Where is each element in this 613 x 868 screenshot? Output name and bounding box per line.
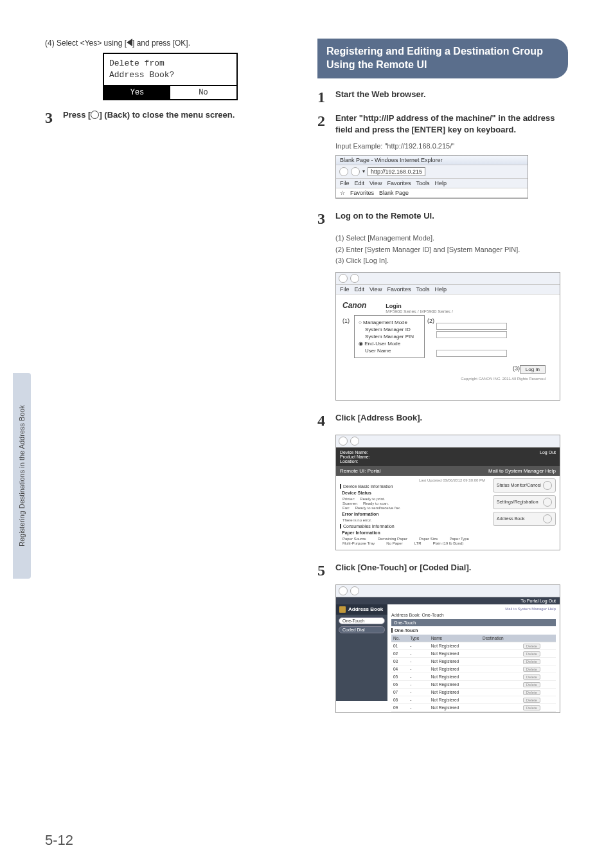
err-heading: Error Information — [340, 512, 485, 516]
right-step3: 3 Log on to the Remote UI. — [317, 210, 568, 228]
row-name: Not Registered — [429, 649, 481, 657]
forward-icon[interactable] — [351, 167, 360, 176]
menu-view[interactable]: View — [369, 286, 382, 293]
logout-link[interactable]: Log Out — [540, 450, 556, 464]
col-action — [521, 635, 556, 642]
delete-button[interactable]: Delete — [523, 667, 540, 672]
ot-topbar: To Portal Log Out — [336, 597, 560, 604]
menu-tools[interactable]: Tools — [416, 180, 429, 186]
s4-text: Click [Address Book]. — [335, 412, 568, 424]
s2-num: 2 — [317, 113, 329, 130]
row-no[interactable]: 05 — [391, 673, 408, 680]
s3-num: 3 — [317, 210, 329, 228]
back-icon[interactable] — [339, 167, 348, 176]
right-column: Registering and Editing a Destination Gr… — [317, 39, 568, 713]
delete-button[interactable]: Delete — [523, 659, 540, 664]
forward-icon[interactable] — [350, 274, 359, 283]
step4-text-b: ] and press [OK]. — [132, 39, 190, 48]
login-sub: MF5900 Series / MF5900 Series / — [386, 309, 453, 314]
lcd-no-button[interactable]: No — [170, 86, 236, 99]
nopaper: No Paper — [386, 541, 402, 545]
row-dest — [481, 703, 521, 711]
last-updated: Last Updated 03/06/2012 09:30:00 PM — [340, 478, 485, 482]
tab-one-touch[interactable]: One-Touch — [339, 617, 385, 624]
step3-text-b: ] (Back) to close the menu screen. — [99, 110, 235, 120]
delete-button[interactable]: Delete — [523, 698, 540, 703]
psize-h: Paper Size — [419, 537, 438, 541]
settings-reg-button[interactable]: Settings/Registration — [493, 495, 556, 509]
row-no[interactable]: 06 — [391, 680, 408, 688]
status-monitor-button[interactable]: Status Monitor/Cancel — [493, 478, 556, 493]
menu-favorites[interactable]: Favorites — [387, 180, 411, 186]
pinfo-heading: Paper Information — [340, 530, 485, 535]
right-step1: 1 Start the Web browser. — [317, 89, 568, 106]
menu-file[interactable]: File — [340, 286, 350, 293]
delete-button[interactable]: Delete — [523, 651, 540, 656]
star-icon[interactable]: ☆ — [340, 190, 345, 196]
row-no[interactable]: 09 — [391, 703, 408, 711]
management-mode-box: ○ Management Mode System Manager ID Syst… — [354, 315, 425, 358]
printer-label: Printer: — [342, 497, 355, 501]
table-row: 04 - Not Registered Delete — [391, 665, 556, 673]
menu-file[interactable]: File — [340, 180, 350, 186]
col-no: No. — [391, 635, 408, 642]
row-name: Not Registered — [429, 703, 481, 711]
row-no[interactable]: 01 — [391, 642, 408, 649]
menu-view[interactable]: View — [369, 180, 382, 186]
portal-ie-nav — [336, 435, 560, 448]
row-no[interactable]: 03 — [391, 657, 408, 665]
back-icon[interactable] — [339, 437, 348, 446]
smid-input[interactable] — [436, 323, 507, 330]
mgmt-mode-radio[interactable]: ○ Management Mode — [359, 320, 420, 325]
scanner-label: Scanner: — [342, 502, 358, 505]
address-book-button[interactable]: Address Book — [493, 512, 556, 526]
row-no[interactable]: 04 — [391, 665, 408, 673]
menu-favorites[interactable]: Favorites — [387, 286, 411, 293]
url-field[interactable]: http://192.168.0.215 — [368, 167, 425, 176]
plain: Plain (19 lb Bond) — [433, 541, 464, 545]
ot-breadcrumb: Address Book: One-Touch — [391, 613, 556, 617]
row-no[interactable]: 08 — [391, 696, 408, 703]
row-type: - — [408, 649, 429, 657]
delete-button[interactable]: Delete — [523, 690, 540, 695]
left-triangle-icon — [127, 39, 132, 46]
delete-button[interactable]: Delete — [523, 682, 540, 687]
smpin-label: System Manager PIN — [365, 334, 414, 339]
lcd-yes-button[interactable]: Yes — [104, 86, 170, 99]
back-icon[interactable] — [339, 274, 348, 283]
username-input[interactable] — [436, 350, 507, 357]
ot-mail[interactable]: Mail to System Manager Help — [391, 607, 556, 611]
col-dest: Destination — [481, 635, 521, 642]
table-row: 01 - Not Registered Delete — [391, 642, 556, 649]
forward-icon[interactable] — [350, 586, 359, 595]
table-row: 08 - Not Registered Delete — [391, 696, 556, 703]
tab-coded-dial[interactable]: Coded Dial — [339, 626, 385, 633]
row-no[interactable]: 02 — [391, 649, 408, 657]
printer-status: Ready to print. — [360, 497, 385, 501]
portal-body: Last Updated 03/06/2012 09:30:00 PM Devi… — [336, 476, 560, 548]
login-button[interactable]: Log In — [520, 365, 546, 374]
smpin-input[interactable] — [436, 331, 507, 338]
delete-button[interactable]: Delete — [523, 644, 540, 649]
s5-num: 5 — [317, 562, 329, 579]
cons-heading: Consumables Information — [340, 524, 485, 529]
table-row: 06 - Not Registered Delete — [391, 680, 556, 688]
forward-icon[interactable] — [350, 437, 359, 446]
blank-page-tab[interactable]: Blank Page — [379, 190, 409, 196]
back-icon[interactable] — [339, 586, 348, 595]
menu-help[interactable]: Help — [434, 180, 447, 186]
login-heading: Login — [386, 303, 453, 309]
row-no[interactable]: 07 — [391, 688, 408, 696]
step4-text-a: (4) Select <Yes> using [ — [45, 39, 127, 48]
portal-mail[interactable]: Mail to System Manager Help — [488, 468, 556, 474]
lcd-line2: Address Book? — [109, 69, 231, 81]
delete-button[interactable]: Delete — [523, 705, 540, 710]
step3-text: Press [] (Back) to close the menu screen… — [63, 109, 296, 121]
to-portal-logout[interactable]: To Portal Log Out — [521, 599, 556, 603]
menu-help[interactable]: Help — [434, 286, 447, 293]
menu-tools[interactable]: Tools — [416, 286, 429, 293]
delete-button[interactable]: Delete — [523, 674, 540, 680]
menu-edit[interactable]: Edit — [355, 286, 365, 293]
menu-edit[interactable]: Edit — [355, 180, 365, 186]
enduser-radio[interactable]: ◉ End-User Mode — [359, 341, 420, 347]
